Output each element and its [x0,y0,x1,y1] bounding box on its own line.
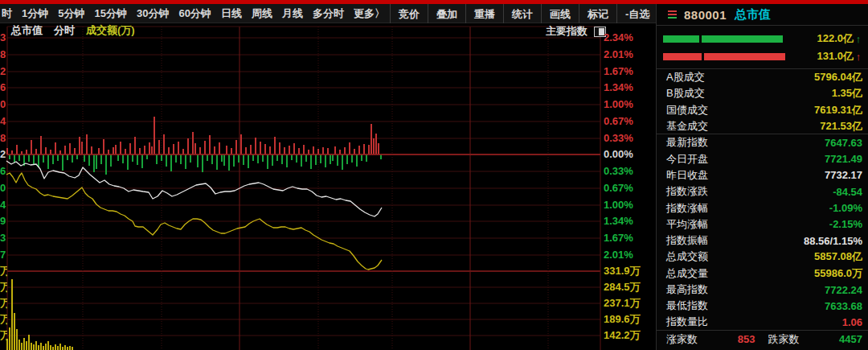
stat-row-10: 指数振幅88.56/1.15% [657,233,868,249]
stat-row-2: 国债成交7619.31亿 [657,102,868,118]
period-tab-3[interactable]: 15分钟 [89,6,131,21]
stat-label: 指数振幅 [666,233,708,248]
y-axis-percent-label: 1.67% [604,65,653,78]
y-axis-percent-label: 0.67% [604,182,653,195]
stat-row-9: 平均涨幅-2.15% [657,216,868,233]
stat-row-12: 总成交量55986.0万 [657,266,868,282]
y-axis-left-clipped-volume-label: 万 [0,281,7,294]
panel-header[interactable]: 880001 总市值 [657,4,868,26]
stat-label: 总成交额 [666,249,708,264]
y-axis-left-clipped-label: 0 [0,98,7,111]
period-tab-0[interactable]: 时 [0,6,17,21]
y-axis-percent-label: 0.67% [604,115,653,128]
stat-value: 88.56/1.15% [804,235,862,247]
stat-value: 7721.49 [825,153,862,165]
stat-label: 指数量比 [666,315,708,329]
decliners-label: 跌家数 [768,332,799,347]
chart-tab-2[interactable]: 成交额(万) [86,23,135,38]
y-axis-left-clipped-label: 0 [0,182,7,195]
chart-tab-1[interactable]: 分时 [54,23,75,38]
stat-value: 1.06 [842,316,862,328]
money-flow-value: 131.0亿 [817,49,854,64]
advancers-decliners-row: 涨家数 853 跌家数 4457 [657,331,868,348]
y-axis-volume-label: 237.1万 [604,297,653,310]
tool-button-6[interactable]: -自选 [617,4,658,23]
app-window: 时1分钟5分钟15分钟30分钟60分钟日线周线月线多分时更多〉 竞价叠加重播统计… [0,0,868,350]
chart-tab-0[interactable]: 总市值 [11,23,43,38]
stat-value: 7647.63 [825,137,862,149]
stat-label: B股成交 [666,86,705,101]
chart-header-row: 总市值分时成交额(万) 主要指数 [0,23,656,38]
stat-row-0: A股成交5796.04亿 [657,69,868,85]
period-tab-9[interactable]: 多分时 [308,6,349,21]
stat-value: 7619.31亿 [814,103,862,117]
y-axis-percent-label: 2.01% [604,48,653,61]
money-flow-row-0: 122.0亿↑ [663,30,863,47]
y-axis-left-clipped-label: 6 [0,165,7,178]
stat-label: 最新指数 [666,135,708,150]
arrow-up-icon: ↑ [854,33,863,45]
stat-row-15: 指数量比1.06 [657,314,868,330]
period-tab-8[interactable]: 月线 [277,6,308,21]
period-tab-5[interactable]: 60分钟 [174,6,215,21]
stat-label: 最低指数 [666,299,708,313]
y-axis-left-clipped-label: 6 [0,81,7,94]
stat-label: 指数涨幅 [666,201,708,216]
stat-label: 总成交量 [666,266,708,281]
period-tab-6[interactable]: 日线 [216,6,247,21]
inflow-bar [663,35,785,43]
index-info-panel: 880001 总市值 122.0亿↑131.0亿↑ A股成交5796.04亿B股… [656,4,868,350]
stat-label: A股成交 [666,70,705,84]
tool-button-3[interactable]: 统计 [504,4,542,23]
stat-row-4: 最新指数7647.63 [657,134,868,150]
money-flow-row-1: 131.0亿↑ [663,47,863,65]
y-axis-percent-label: 2.01% [604,249,653,261]
arrow-up-icon: ↑ [854,51,863,63]
chart-tab-group: 总市值分时成交额(万) [0,23,135,38]
stat-value: 7732.17 [825,169,862,181]
y-axis-left-clipped-volume-label: 万 [0,265,7,278]
stat-value: 55986.0万 [814,266,862,281]
y-axis-percent-label: 1.00% [604,199,653,212]
decliners-count: 4457 [839,333,862,345]
stat-label: 昨日收盘 [666,168,708,183]
period-tab-7[interactable]: 周线 [247,6,277,21]
period-tab-10[interactable]: 更多〉 [349,6,390,21]
stat-value: 7722.24 [825,284,862,296]
stat-value: -2.15% [829,218,862,230]
period-tab-1[interactable]: 1分钟 [17,6,53,21]
tool-button-4[interactable]: 画线 [542,4,579,23]
stat-row-3: 基金成交721.53亿 [657,118,868,134]
stat-label: 平均涨幅 [666,217,708,232]
period-tab-4[interactable]: 30分钟 [132,6,174,21]
y-axis-percent-label: 1.34% [604,81,653,94]
y-axis-percent-label: 2.34% [604,31,653,44]
tool-button-2[interactable]: 重播 [466,4,504,23]
tool-button-1[interactable]: 叠加 [428,4,466,23]
main-indices-label: 主要指数 [546,24,588,39]
money-flow-bars: 122.0亿↑131.0亿↑ [657,26,868,69]
period-tab-2[interactable]: 5分钟 [53,6,89,21]
advancers-label: 涨家数 [666,332,698,347]
stat-row-6: 昨日收盘7732.17 [657,167,868,183]
quote-list-icon[interactable] [668,10,677,19]
tool-button-0[interactable]: 竞价 [391,4,428,23]
stat-value: -1.09% [829,202,862,214]
y-axis-percent-label: 1.67% [604,232,653,245]
stat-value: -84.54 [833,186,862,198]
y-axis-left-clipped-label: 8 [0,132,7,145]
y-axis-left-clipped-label: 7 [0,249,7,261]
main-indices-toggle[interactable]: 主要指数 [546,24,606,39]
stat-label: 今日开盘 [666,152,708,167]
y-axis-left-clipped-label: 2 [0,65,7,78]
stat-label: 国债成交 [666,103,708,117]
tool-button-5[interactable]: 标记 [579,4,617,23]
stat-row-11: 总成交额5857.08亿 [657,249,868,265]
y-axis-percent-label: 1.00% [604,98,653,111]
intraday-chart[interactable] [0,0,656,350]
y-axis-left-clipped-label: 2 [0,148,7,161]
stat-value: 1.35亿 [832,86,862,101]
y-axis-left-clipped-volume-label: 万 [0,313,7,326]
y-axis-percent-label: 0.33% [604,132,653,145]
y-axis-left-clipped-label: 3 [0,232,7,245]
